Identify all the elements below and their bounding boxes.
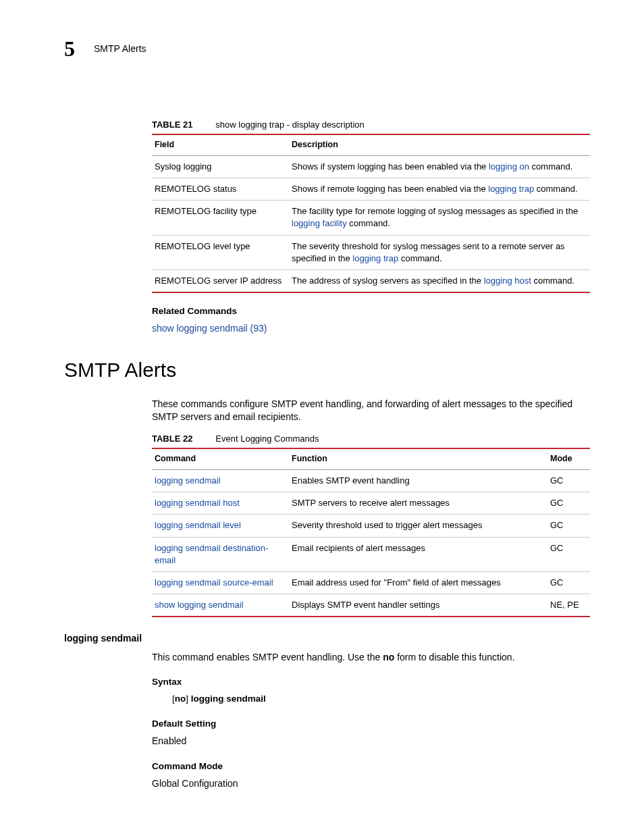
section-intro: These commands configure SMTP event hand… <box>152 398 590 424</box>
table-label: TABLE 22 <box>152 434 192 444</box>
table-22-caption: TABLE 22 Event Logging Commands <box>152 432 590 446</box>
table-22: Command Function Mode logging sendmail E… <box>152 448 590 617</box>
default-setting-heading: Default Setting <box>152 718 590 731</box>
mode-cell: GC <box>547 492 590 515</box>
table-row: logging sendmail destination- email Emai… <box>152 537 590 571</box>
table-row: logging sendmail level Severity threshol… <box>152 515 590 537</box>
table-row: REMOTELOG facility type The facility typ… <box>152 201 590 235</box>
link-logging-sendmail-source-email[interactable]: logging sendmail source-email <box>155 577 273 588</box>
link-logging-on[interactable]: logging on <box>489 161 529 172</box>
table-header-field: Field <box>152 134 289 155</box>
field-cell: REMOTELOG level type <box>152 235 289 269</box>
page-header: 5 SMTP Alerts <box>64 34 590 64</box>
description-cell: Shows if system logging has been enabled… <box>289 155 590 178</box>
link-logging-sendmail-destination-email[interactable]: logging sendmail destination- email <box>155 543 268 565</box>
table-21-caption: TABLE 21 show logging trap - display des… <box>152 118 590 132</box>
link-logging-sendmail-level[interactable]: logging sendmail level <box>155 520 241 530</box>
text: command. <box>534 184 577 194</box>
table-title: Event Logging Commands <box>215 434 319 444</box>
table-row: REMOTELOG level type The severity thresh… <box>152 235 590 269</box>
mode-cell: GC <box>547 571 590 594</box>
text: command. <box>398 253 441 263</box>
field-cell: Syslog logging <box>152 155 289 178</box>
command-description: This command enables SMTP event handling… <box>152 651 590 664</box>
link-logging-sendmail-host[interactable]: logging sendmail host <box>155 498 240 508</box>
link-logging-host[interactable]: logging host <box>484 276 531 286</box>
mode-cell: NE, PE <box>547 594 590 617</box>
function-cell: Email recipients of alert messages <box>289 537 547 571</box>
table-row: logging sendmail source-email Email addr… <box>152 571 590 594</box>
bold-no: no <box>175 694 186 704</box>
mode-cell: GC <box>547 469 590 492</box>
text: form to disable this function. <box>394 652 514 662</box>
table-row: logging sendmail host SMTP servers to re… <box>152 492 590 515</box>
field-cell: REMOTELOG status <box>152 178 289 201</box>
table-row: Syslog logging Shows if system logging h… <box>152 155 590 178</box>
field-cell: REMOTELOG server IP address <box>152 270 289 293</box>
function-cell: Email address used for "From" field of a… <box>289 571 547 594</box>
related-commands-heading: Related Commands <box>152 305 590 318</box>
command-mode-heading: Command Mode <box>152 760 590 773</box>
function-cell: SMTP servers to receive alert messages <box>289 492 547 515</box>
section-title: SMTP Alerts <box>64 356 590 384</box>
table-header-mode: Mode <box>547 448 590 469</box>
syntax-line: [no] logging sendmail <box>172 693 590 706</box>
text: Shows if system logging has been enabled… <box>292 161 489 172</box>
chapter-number: 5 <box>64 34 75 64</box>
text: command. <box>531 276 574 286</box>
link-logging-sendmail[interactable]: logging sendmail <box>155 475 221 486</box>
table-row: REMOTELOG status Shows if remote logging… <box>152 178 590 201</box>
default-setting-value: Enabled <box>152 735 590 748</box>
field-cell: REMOTELOG facility type <box>152 201 289 235</box>
description-cell: Shows if remote logging has been enabled… <box>289 178 590 201</box>
text: Shows if remote logging has been enabled… <box>292 184 488 194</box>
description-cell: The address of syslog servers as specifi… <box>289 270 590 293</box>
description-cell: The severity threshold for syslog messag… <box>289 235 590 269</box>
function-cell: Severity threshold used to trigger alert… <box>289 515 547 537</box>
link-show-logging-sendmail[interactable]: show logging sendmail <box>155 600 244 610</box>
text: The address of syslog servers as specifi… <box>292 276 484 286</box>
text: command. <box>529 161 572 172</box>
mode-cell: GC <box>547 515 590 537</box>
text: This command enables SMTP event handling… <box>152 652 383 662</box>
text: The facility type for remote logging of … <box>292 206 578 216</box>
table-header-description: Description <box>289 134 590 155</box>
link-logging-trap[interactable]: logging trap <box>352 253 398 263</box>
command-mode-value: Global Configuration <box>152 777 590 791</box>
table-row: show logging sendmail Displays SMTP even… <box>152 594 590 617</box>
function-cell: Enables SMTP event handling <box>289 469 547 492</box>
table-row: logging sendmail Enables SMTP event hand… <box>152 469 590 492</box>
link-logging-trap[interactable]: logging trap <box>488 184 534 194</box>
text: ] <box>186 694 191 704</box>
link-show-logging-sendmail[interactable]: show logging sendmail (93) <box>152 322 590 336</box>
table-header-command: Command <box>152 448 289 469</box>
running-title: SMTP Alerts <box>94 43 146 56</box>
table-label: TABLE 21 <box>152 120 192 130</box>
command-name-heading: logging sendmail <box>64 632 590 646</box>
table-title: show logging trap - display description <box>215 120 364 130</box>
table-21: Field Description Syslog logging Shows i… <box>152 134 590 293</box>
mode-cell: GC <box>547 537 590 571</box>
syntax-heading: Syntax <box>152 676 590 689</box>
text: command. <box>347 218 390 228</box>
description-cell: The facility type for remote logging of … <box>289 201 590 235</box>
bold-cmd: logging sendmail <box>191 694 266 704</box>
link-logging-facility[interactable]: logging facility <box>292 218 347 228</box>
table-row: REMOTELOG server IP address The address … <box>152 270 590 293</box>
function-cell: Displays SMTP event handler settings <box>289 594 547 617</box>
bold-no: no <box>383 652 394 662</box>
table-header-function: Function <box>289 448 547 469</box>
